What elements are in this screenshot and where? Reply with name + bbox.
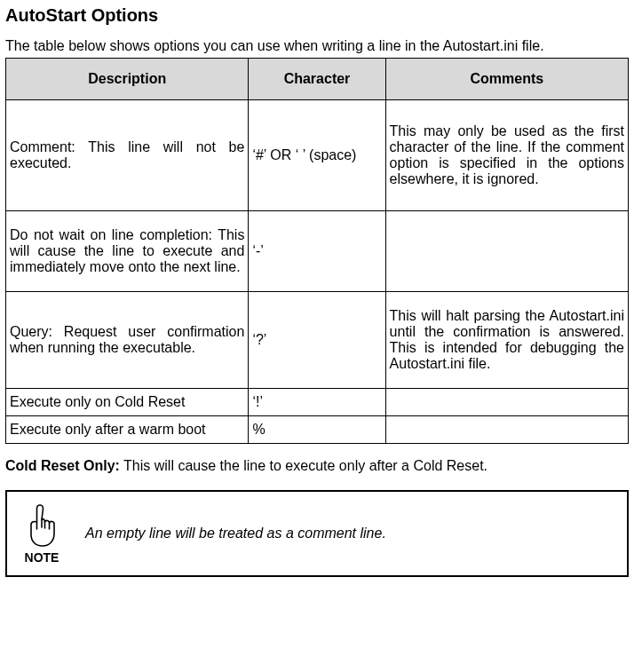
cold-reset-note: Cold Reset Only: This will cause the lin… xyxy=(5,458,629,474)
note-label: NOTE xyxy=(25,550,59,565)
cell-character: ‘-’ xyxy=(249,211,385,292)
cell-description: Execute only after a warm boot xyxy=(6,416,249,444)
table-row: Query: Request user confirmation when ru… xyxy=(6,292,629,389)
pointing-hand-icon xyxy=(23,502,60,549)
cell-character: ‘#’ OR ‘ ’ (space) xyxy=(249,100,385,211)
note-icon-wrap: NOTE xyxy=(23,502,60,565)
col-header-character: Character xyxy=(249,59,385,100)
note-callout: NOTE An empty line will be treated as a … xyxy=(5,490,629,577)
table-row: Comment: This line will not be executed.… xyxy=(6,100,629,211)
note-text: An empty line will be treated as a comme… xyxy=(85,526,386,542)
cell-comments: This may only be used as the first chara… xyxy=(385,100,628,211)
col-header-comments: Comments xyxy=(385,59,628,100)
page-title: AutoStart Options xyxy=(5,5,629,26)
options-table: Description Character Comments Comment: … xyxy=(5,58,629,444)
col-header-description: Description xyxy=(6,59,249,100)
cell-description: Query: Request user confirmation when ru… xyxy=(6,292,249,389)
cell-description: Comment: This line will not be executed. xyxy=(6,100,249,211)
intro-text: The table below shows options you can us… xyxy=(5,38,629,54)
table-row: Execute only on Cold Reset ‘!’ xyxy=(6,389,629,416)
cell-comments xyxy=(385,389,628,416)
cell-character: ‘!’ xyxy=(249,389,385,416)
cell-comments xyxy=(385,416,628,444)
table-row: Execute only after a warm boot % xyxy=(6,416,629,444)
cell-comments: This will halt parsing the Autostart.ini… xyxy=(385,292,628,389)
cold-reset-text: This will cause the line to execute only… xyxy=(120,458,487,473)
cell-description: Do not wait on line completion: This wil… xyxy=(6,211,249,292)
cell-character: ‘?’ xyxy=(249,292,385,389)
table-header-row: Description Character Comments xyxy=(6,59,629,100)
cell-character: % xyxy=(249,416,385,444)
cold-reset-label: Cold Reset Only: xyxy=(5,458,120,473)
cell-comments xyxy=(385,211,628,292)
cell-description: Execute only on Cold Reset xyxy=(6,389,249,416)
table-row: Do not wait on line completion: This wil… xyxy=(6,211,629,292)
